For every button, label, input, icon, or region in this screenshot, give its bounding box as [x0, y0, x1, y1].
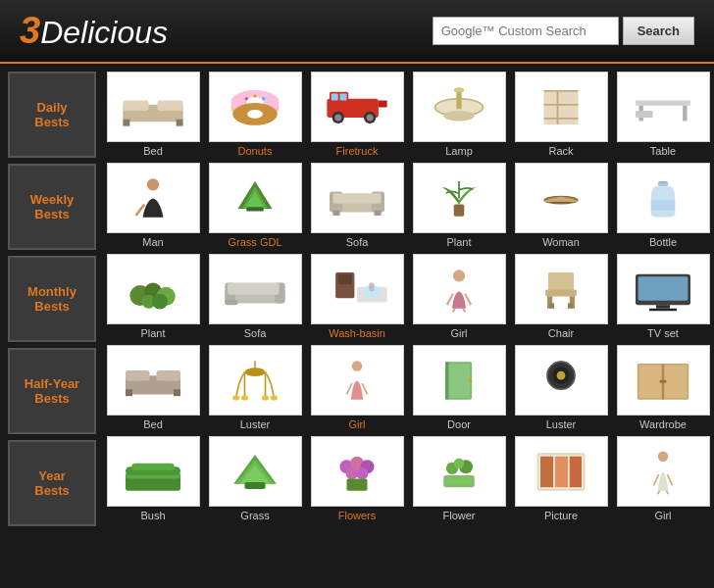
svg-rect-79 [568, 303, 573, 308]
grid-cell[interactable]: Wash-basin [308, 254, 406, 339]
svg-rect-15 [332, 93, 338, 100]
svg-point-58 [152, 294, 168, 310]
thumbnail [413, 345, 506, 416]
svg-rect-63 [225, 300, 237, 305]
thumbnail [413, 163, 506, 233]
grid-cell[interactable]: Picture [512, 436, 610, 521]
grid-cell[interactable]: Flower [410, 436, 508, 521]
item-label: Man [142, 236, 163, 248]
item-label: Bed [143, 145, 163, 157]
grid-cell[interactable]: Girl [308, 345, 406, 430]
grid-cell[interactable]: Luster [206, 345, 304, 430]
svg-rect-85 [126, 370, 150, 381]
grid-cell[interactable]: Bottle [614, 163, 712, 248]
item-label: Bottle [649, 236, 677, 248]
grid-cell[interactable]: TV set [614, 254, 712, 339]
thumbnail [209, 254, 302, 324]
search-button[interactable]: Search [623, 17, 694, 45]
grid-cell[interactable]: Firetruck [308, 72, 406, 157]
sidebar-item-monthly[interactable]: MonthlyBests [8, 256, 96, 342]
grid-cell[interactable]: Bed [104, 345, 202, 430]
item-label: Flowers [338, 510, 377, 521]
thumbnail [617, 345, 710, 416]
grid-cell[interactable]: Donuts [206, 72, 304, 157]
svg-line-72 [453, 309, 455, 313]
svg-point-105 [557, 371, 566, 380]
grid-cell[interactable]: Grass [206, 436, 304, 521]
logo-3: 3 [20, 10, 40, 51]
grid-cell[interactable]: Rack [512, 72, 610, 157]
svg-rect-28 [544, 90, 579, 92]
svg-point-8 [245, 97, 249, 101]
grid-cell[interactable]: Sofa [206, 254, 304, 339]
header: 3Delicious Search [0, 0, 714, 64]
thumbnail [617, 254, 710, 324]
item-label: Donuts [238, 145, 273, 157]
grid-row-year: Bush Grass [104, 436, 712, 521]
grid-cell[interactable]: Girl [410, 254, 508, 339]
thumbnail [107, 345, 200, 416]
thumbnail [617, 163, 710, 233]
grid-cell[interactable]: Flowers [308, 436, 406, 521]
svg-rect-125 [347, 478, 368, 490]
item-label: Chair [548, 327, 574, 339]
svg-line-37 [136, 205, 145, 216]
svg-rect-81 [638, 276, 688, 301]
grid-cell[interactable]: Girl [614, 436, 712, 521]
sidebar-item-year[interactable]: YearBests [8, 440, 96, 526]
item-label: Girl [348, 418, 365, 430]
thumbnail [209, 163, 302, 233]
thumbnail [209, 436, 302, 507]
svg-rect-119 [245, 482, 266, 489]
grid-cell[interactable]: Plant [410, 163, 508, 248]
thumbnail [617, 436, 710, 507]
svg-rect-75 [545, 289, 577, 296]
sidebar: DailyBests WeeklyBests MonthlyBests Half… [8, 72, 96, 527]
grid-cell[interactable]: Luster [512, 345, 610, 430]
svg-rect-101 [445, 362, 449, 400]
svg-rect-87 [126, 389, 132, 396]
svg-point-110 [660, 380, 664, 384]
grid-cell[interactable]: Grass GDL [206, 163, 304, 248]
sidebar-item-daily[interactable]: DailyBests [8, 72, 96, 158]
svg-rect-99 [448, 364, 471, 398]
svg-rect-46 [333, 211, 340, 216]
grid-cell[interactable]: Bush [104, 436, 202, 521]
grid-cell[interactable]: Woman [512, 163, 610, 248]
svg-point-12 [247, 110, 263, 119]
thumbnail [107, 254, 200, 324]
svg-point-100 [468, 378, 472, 382]
grid-cell[interactable]: Door [410, 345, 508, 430]
item-label: Girl [450, 327, 467, 339]
svg-line-71 [465, 294, 471, 305]
svg-line-97 [362, 383, 367, 394]
item-label: Luster [240, 418, 271, 430]
grid-cell[interactable]: Lamp [410, 72, 508, 157]
svg-rect-29 [544, 104, 579, 106]
grid-row-weekly: Man Grass GDL [104, 163, 712, 248]
thumbnail [311, 163, 404, 233]
sidebar-item-weekly[interactable]: WeeklyBests [8, 164, 96, 250]
thumbnail [515, 345, 608, 416]
search-input[interactable] [433, 17, 619, 45]
item-label: Picture [544, 510, 578, 521]
item-label: Girl [654, 510, 671, 521]
grid-cell[interactable]: Wardrobe [614, 345, 712, 430]
sidebar-item-halfyear[interactable]: Half-YearBests [8, 348, 96, 434]
svg-point-9 [262, 97, 266, 101]
grid-row-halfyear: Bed [104, 345, 712, 430]
grid-cell[interactable]: Plant [104, 254, 202, 339]
main-content: DailyBests WeeklyBests MonthlyBests Half… [0, 64, 714, 535]
grid-cell[interactable]: Bed [104, 72, 202, 157]
grid-cell[interactable]: Sofa [308, 163, 406, 248]
item-label: Grass [240, 510, 269, 521]
svg-rect-32 [636, 100, 690, 105]
item-label: Wash-basin [329, 327, 385, 339]
svg-rect-68 [369, 282, 374, 291]
grid-cell[interactable]: Chair [512, 254, 610, 339]
grid-cell[interactable]: Man [104, 163, 202, 248]
svg-point-20 [367, 114, 374, 121]
grid-cell[interactable]: Table [614, 72, 712, 157]
grid-row-daily: Bed Donuts [104, 72, 712, 157]
svg-rect-16 [340, 93, 347, 100]
